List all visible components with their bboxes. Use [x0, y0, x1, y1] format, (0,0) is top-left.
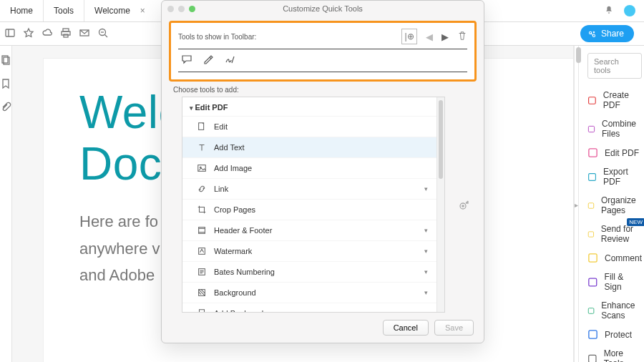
tool-row-watermark[interactable]: Watermark▾: [182, 240, 436, 261]
tool-label: Edit PDF: [605, 148, 639, 158]
tool-label: Organize Pages: [601, 195, 642, 215]
sidebar-toggle-icon[interactable]: [4, 27, 16, 41]
tool-label: Protect: [605, 330, 632, 340]
row-label: Add Text: [214, 143, 245, 152]
tool-label: Send for Review: [601, 224, 642, 244]
highlight-tool-icon[interactable]: [203, 54, 214, 67]
chevron-down-icon[interactable]: ▾: [424, 248, 428, 255]
tool-icon: [587, 329, 598, 340]
window-min-dot[interactable]: [178, 6, 185, 12]
comment-tool-icon[interactable]: [181, 54, 192, 67]
move-left-icon[interactable]: ◀: [426, 31, 433, 42]
new-badge: NEW: [627, 218, 644, 226]
row-icon: [197, 142, 207, 152]
tool-row-header-footer[interactable]: Header & Footer▾: [182, 220, 436, 240]
share-icon: [587, 29, 597, 39]
pages-panel-icon[interactable]: [0, 54, 11, 68]
scrollbar[interactable]: [573, 46, 574, 362]
row-label: Bates Numbering: [214, 268, 275, 276]
tool-row-add-bookmark[interactable]: Add Bookmark: [182, 303, 436, 312]
row-icon: [197, 205, 207, 215]
svg-rect-6: [64, 34, 68, 37]
row-label: Watermark: [214, 247, 252, 255]
window-max-dot[interactable]: [189, 6, 195, 12]
tab-document[interactable]: Welcome ×: [84, 0, 155, 21]
tool-item-enhance-scans[interactable]: Enhance Scans: [587, 296, 642, 325]
chevron-down-icon[interactable]: ▾: [424, 185, 428, 192]
row-label: Background: [214, 288, 256, 297]
tool-icon: [587, 277, 598, 288]
current-toolbar-track: [178, 49, 467, 72]
tool-row-edit[interactable]: Edit: [182, 116, 436, 137]
sign-tool-icon[interactable]: [224, 54, 235, 67]
bookmark-panel-icon[interactable]: [0, 78, 11, 92]
chevron-down-icon[interactable]: ▾: [424, 289, 428, 296]
tool-item-edit-pdf[interactable]: Edit PDF: [587, 143, 642, 162]
avatar[interactable]: [624, 5, 635, 16]
cloud-icon[interactable]: [42, 27, 53, 41]
tool-item-comment[interactable]: Comment: [587, 248, 642, 268]
print-icon[interactable]: [60, 27, 72, 41]
trash-icon[interactable]: [457, 31, 467, 43]
search-input[interactable]: Search tools: [587, 53, 642, 79]
attachments-panel-icon[interactable]: [0, 102, 11, 115]
cancel-button[interactable]: Cancel: [383, 320, 429, 336]
tool-row-bates-numbering[interactable]: Bates Numbering▾: [182, 261, 436, 282]
chevron-down-icon[interactable]: ▾: [424, 268, 428, 275]
list-scrollbar-thumb[interactable]: [439, 100, 443, 179]
row-icon: [197, 122, 207, 132]
tool-item-fill-sign[interactable]: Fill & Sign: [587, 268, 642, 296]
row-label: Crop Pages: [214, 205, 255, 214]
svg-rect-17: [589, 149, 597, 157]
tool-label: Create PDF: [603, 90, 642, 110]
add-to-toolbar-button[interactable]: [455, 97, 474, 313]
group-header[interactable]: Edit PDF: [182, 97, 436, 116]
svg-rect-18: [589, 173, 596, 180]
row-label: Add Bookmark: [214, 309, 265, 312]
star-icon[interactable]: [23, 27, 34, 41]
tool-item-send-for-review[interactable]: Send for ReviewNEW: [587, 220, 642, 248]
row-icon: [197, 225, 207, 235]
row-label: Add Image: [214, 164, 252, 172]
tool-item-export-pdf[interactable]: Export PDF: [587, 162, 642, 191]
tab-close-icon[interactable]: ×: [140, 6, 145, 16]
tool-row-link[interactable]: Link▾: [182, 178, 436, 199]
tool-item-combine-files[interactable]: Combine Files: [587, 114, 642, 143]
scrollbar-thumb[interactable]: [576, 47, 581, 63]
zoom-out-icon[interactable]: [97, 27, 109, 41]
move-right-icon[interactable]: ▶: [441, 31, 449, 42]
tool-row-crop-pages[interactable]: Crop Pages: [182, 199, 436, 220]
tool-icon: [587, 200, 595, 211]
tool-row-background[interactable]: Background▾: [182, 282, 436, 303]
tool-row-add-text[interactable]: Add Text: [182, 137, 436, 157]
window-close-dot[interactable]: [167, 6, 174, 12]
bell-icon[interactable]: [604, 5, 614, 17]
tab-home[interactable]: Home: [0, 0, 44, 21]
tools-panel: Search tools Create PDFCombine FilesEdit…: [578, 46, 644, 362]
tab-home-label: Home: [10, 6, 33, 16]
row-icon: [197, 163, 207, 173]
tool-item-create-pdf[interactable]: Create PDF: [587, 86, 642, 114]
list-scrollbar[interactable]: [436, 97, 444, 312]
tab-document-label: Welcome: [94, 6, 130, 16]
share-label: Share: [601, 29, 624, 39]
save-button[interactable]: Save: [434, 320, 474, 336]
dialog-title: Customize Quick Tools: [283, 4, 363, 13]
tool-icon: [587, 305, 595, 316]
tab-tools[interactable]: Tools: [44, 0, 84, 21]
svg-rect-2: [6, 29, 14, 36]
dialog-titlebar[interactable]: Customize Quick Tools: [162, 1, 484, 16]
row-label: Link: [214, 185, 228, 193]
tool-item-more-tools[interactable]: More Tools: [587, 344, 642, 362]
row-icon: [197, 267, 207, 277]
chevron-down-icon[interactable]: ▾: [424, 227, 428, 234]
toolbar-config-area: Tools to show in Toolbar: |⊕ ◀ ▶: [169, 21, 477, 82]
tool-item-protect[interactable]: Protect: [587, 325, 642, 344]
share-button[interactable]: Share: [580, 25, 634, 42]
tool-row-add-image[interactable]: Add Image: [182, 157, 436, 178]
add-separator-button[interactable]: |⊕: [401, 29, 417, 44]
mail-icon[interactable]: [79, 27, 90, 41]
row-icon: [197, 308, 207, 312]
tool-item-organize-pages[interactable]: Organize Pages: [587, 191, 642, 220]
tool-icon: [587, 353, 597, 363]
